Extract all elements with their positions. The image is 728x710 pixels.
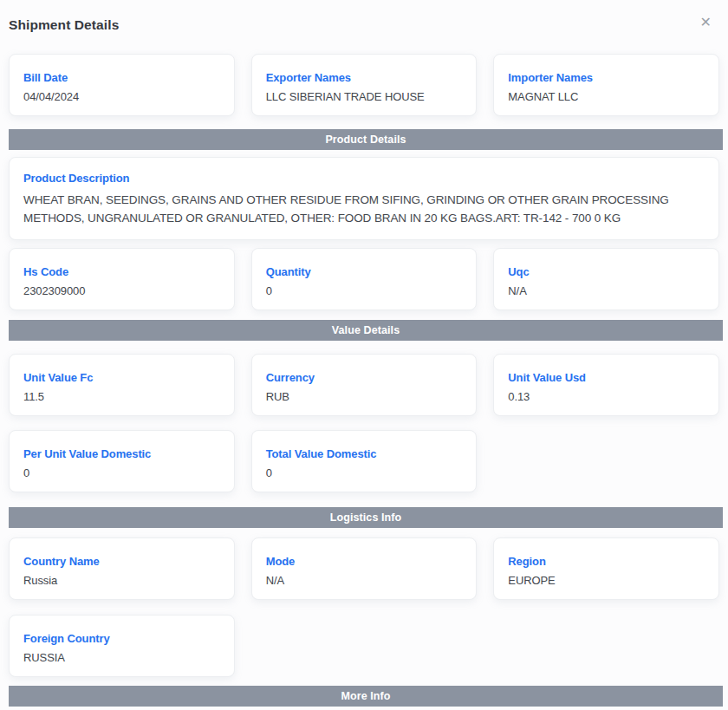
field-card-bill-date: Bill Date 04/04/2024 (9, 54, 235, 116)
value-fields-row-2: Per Unit Value Domestic 0 Total Value Do… (9, 430, 719, 492)
field-card-total-value-domestic: Total Value Domestic 0 (251, 430, 478, 492)
field-card-hs-code: Hs Code 2302309000 (9, 248, 235, 310)
field-card-unit-value-fc: Unit Value Fc 11.5 (9, 354, 235, 416)
logistics-fields-row-2: Foreign Country RUSSIA (9, 615, 719, 677)
field-card-foreign-country: Foreign Country RUSSIA (9, 615, 235, 677)
field-value: 0 (266, 284, 463, 297)
field-value: 0.13 (508, 390, 705, 403)
shipment-details-modal: Shipment Details ✕ Bill Date 04/04/2024 … (0, 0, 728, 710)
field-card-product-description: Product Description WHEAT BRAN, SEEDINGS… (9, 157, 719, 240)
page-title: Shipment Details (9, 17, 728, 33)
field-card-quantity: Quantity 0 (251, 248, 478, 310)
field-value: WHEAT BRAN, SEEDINGS, GRAINS AND OTHER R… (23, 191, 705, 227)
field-card-region: Region EUROPE (493, 537, 719, 600)
field-card-exporter-names: Exporter Names LLC SIBERIAN TRADE HOUSE (251, 54, 478, 116)
field-value: N/A (266, 574, 463, 587)
field-card-importer-names: Importer Names MAGNAT LLC (493, 54, 719, 116)
field-value: RUB (266, 390, 463, 403)
section-header-value-details: Value Details (9, 320, 723, 341)
field-value: EUROPE (508, 574, 705, 587)
field-label: Per Unit Value Domestic (23, 447, 220, 460)
field-label: Bill Date (23, 71, 220, 84)
field-value: Russia (23, 574, 220, 587)
field-label: Product Description (23, 172, 705, 185)
field-label: Unit Value Usd (508, 371, 705, 384)
field-card-unit-value-usd: Unit Value Usd 0.13 (493, 354, 719, 416)
field-card-uqc: Uqc N/A (493, 248, 719, 310)
logistics-fields-row-1: Country Name Russia Mode N/A Region EURO… (9, 537, 719, 600)
field-label: Uqc (508, 265, 705, 278)
field-value: 04/04/2024 (23, 90, 220, 103)
field-label: Currency (266, 371, 463, 384)
field-value: MAGNAT LLC (508, 90, 705, 103)
field-label: Country Name (23, 555, 220, 568)
section-header-product-details: Product Details (9, 129, 723, 150)
field-label: Exporter Names (266, 71, 463, 84)
field-value: 11.5 (23, 390, 220, 403)
section-header-logistics-info: Logistics Info (9, 507, 723, 528)
field-value: 0 (23, 466, 220, 479)
value-fields-row-1: Unit Value Fc 11.5 Currency RUB Unit Val… (9, 354, 719, 416)
field-value: RUSSIA (23, 651, 220, 664)
field-card-mode: Mode N/A (251, 537, 478, 600)
top-fields-row: Bill Date 04/04/2024 Exporter Names LLC … (9, 54, 719, 116)
field-label: Quantity (266, 265, 463, 278)
field-label: Region (508, 555, 705, 568)
field-label: Total Value Domestic (266, 447, 463, 460)
close-icon[interactable]: ✕ (700, 16, 712, 29)
field-label: Importer Names (508, 71, 705, 84)
field-value: 2302309000 (23, 284, 220, 297)
field-label: Mode (266, 555, 463, 568)
field-value: LLC SIBERIAN TRADE HOUSE (266, 90, 463, 103)
product-fields-row: Hs Code 2302309000 Quantity 0 Uqc N/A (9, 248, 719, 310)
field-card-currency: Currency RUB (251, 354, 478, 416)
field-card-country-name: Country Name Russia (9, 537, 235, 600)
field-label: Foreign Country (23, 632, 220, 645)
field-value: N/A (508, 284, 705, 297)
field-value: 0 (266, 466, 463, 479)
field-card-per-unit-value-domestic: Per Unit Value Domestic 0 (9, 430, 235, 492)
field-label: Unit Value Fc (23, 371, 220, 384)
section-header-more-info: More Info (9, 686, 723, 707)
field-label: Hs Code (23, 265, 220, 278)
